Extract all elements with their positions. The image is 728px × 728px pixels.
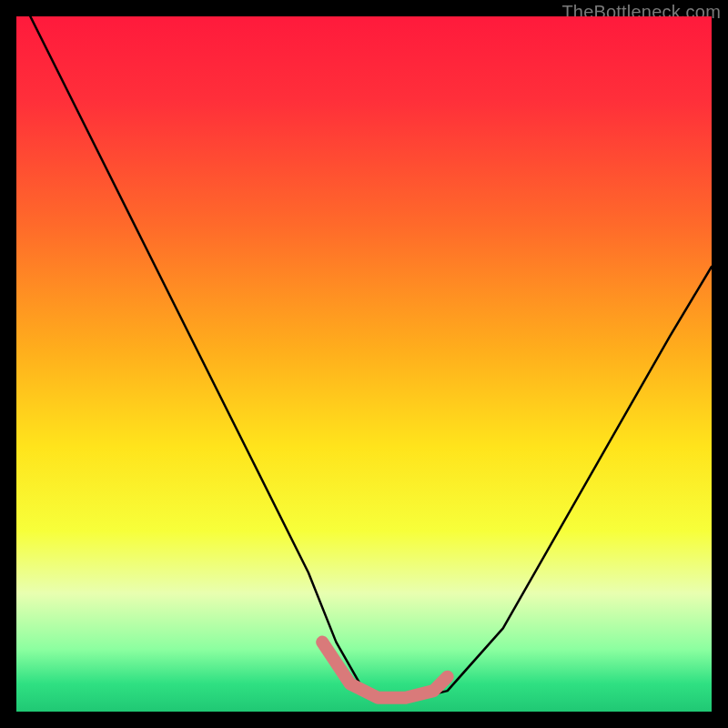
chart-frame: [16, 16, 712, 712]
bottleneck-chart: [16, 16, 712, 712]
chart-background: [16, 16, 712, 712]
